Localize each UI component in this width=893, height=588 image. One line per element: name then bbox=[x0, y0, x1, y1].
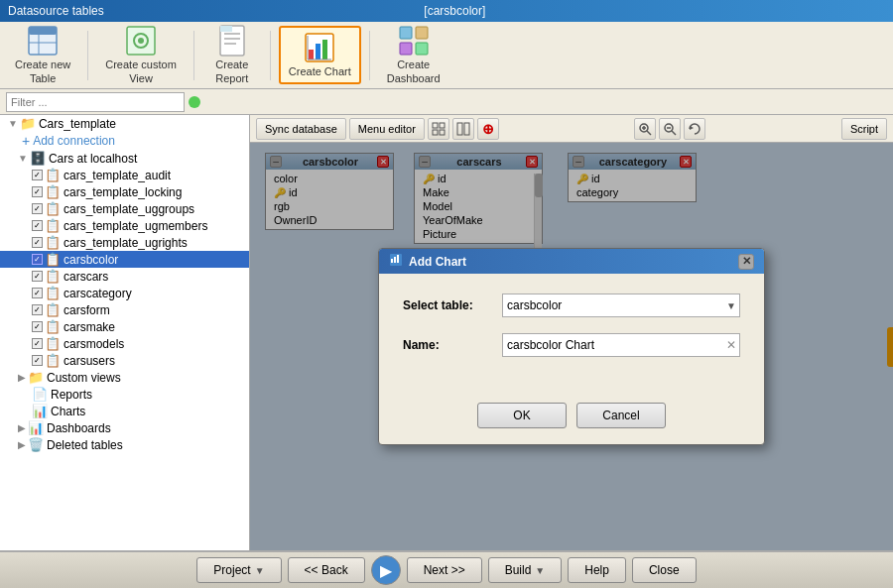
table-icon-9: 📋 bbox=[45, 302, 61, 317]
svg-rect-24 bbox=[433, 130, 438, 135]
close-button[interactable]: Close bbox=[632, 557, 697, 583]
checkbox-carscategory[interactable]: ✓ bbox=[32, 288, 43, 298]
svg-line-29 bbox=[647, 131, 651, 135]
tree-item-reports[interactable]: 📄 Reports bbox=[0, 386, 249, 403]
tree-item-carscars[interactable]: ✓ 📋 carscars bbox=[0, 268, 249, 285]
tree-item-cars-template-uggroups[interactable]: ✓ 📋 cars_template_uggroups bbox=[0, 200, 249, 217]
svg-rect-13 bbox=[309, 50, 314, 59]
create-view-icon bbox=[125, 25, 157, 57]
tree-item-cars-template-audit[interactable]: ✓ 📋 cars_template_audit bbox=[0, 167, 249, 183]
next-button[interactable]: Next >> bbox=[407, 557, 482, 583]
tree-item-carsbcolor[interactable]: ✓ 📋 carsbcolor bbox=[0, 251, 249, 268]
title-left: Datasource tables bbox=[8, 4, 104, 18]
tree-item-cars-template-ugmembers[interactable]: ✓ 📋 cars_template_ugmembers bbox=[0, 217, 249, 234]
build-button[interactable]: Build ▼ bbox=[488, 557, 563, 583]
deleted-tables-icon: 🗑️ bbox=[28, 437, 44, 452]
add-icon: + bbox=[22, 133, 30, 149]
checkbox-cars-template-audit[interactable]: ✓ bbox=[32, 170, 43, 180]
left-panel: ▼ 📁 Cars_template + Add connection ▼ 🗄️ … bbox=[0, 115, 250, 550]
checkbox-uggroups[interactable]: ✓ bbox=[32, 203, 43, 214]
svg-rect-23 bbox=[440, 123, 445, 128]
tree-item-add-connection[interactable]: + Add connection bbox=[0, 132, 249, 150]
toolbar-sep-1 bbox=[87, 31, 88, 80]
title-center: [carsbcolor] bbox=[424, 4, 485, 18]
checkbox-carsusers[interactable]: ✓ bbox=[32, 355, 43, 366]
modal-body: Select table: carsbcolor carscars carsca… bbox=[379, 274, 764, 393]
tree-item-carscategory[interactable]: ✓ 📋 carscategory bbox=[0, 285, 249, 301]
checkbox-locking[interactable]: ✓ bbox=[32, 186, 43, 197]
modal-title-bar: Add Chart ✕ bbox=[379, 249, 764, 274]
ok-button[interactable]: OK bbox=[477, 403, 567, 428]
tree-item-carsform[interactable]: ✓ 📋 carsform bbox=[0, 301, 249, 318]
create-report-button[interactable]: CreateReport bbox=[202, 20, 262, 89]
name-input[interactable] bbox=[502, 333, 740, 357]
join-button[interactable]: ⊕ bbox=[477, 118, 499, 140]
build-arrow-icon: ▼ bbox=[535, 565, 545, 576]
modal-title-icon bbox=[389, 253, 403, 270]
script-button[interactable]: Script bbox=[841, 118, 887, 140]
tree-item-cars-template-ugrights[interactable]: ✓ 📋 cars_template_ugrights bbox=[0, 234, 249, 251]
tree-item-carsmodels[interactable]: ✓ 📋 carsmodels bbox=[0, 335, 249, 352]
zoom-out-button[interactable] bbox=[659, 118, 681, 140]
select-table-dropdown[interactable]: carsbcolor carscars carscategory bbox=[502, 294, 740, 317]
reports-icon: 📄 bbox=[32, 387, 48, 402]
svg-rect-15 bbox=[322, 40, 327, 59]
table-icon-2: 📋 bbox=[45, 184, 61, 199]
project-arrow-icon: ▼ bbox=[255, 565, 265, 576]
create-dashboard-button[interactable]: CreateDashboard bbox=[378, 20, 449, 89]
checkbox-carsform[interactable]: ✓ bbox=[32, 304, 43, 315]
checkbox-carsbcolor[interactable]: ✓ bbox=[32, 254, 43, 265]
tree-item-charts[interactable]: 📊 Charts bbox=[0, 403, 249, 419]
filter-input[interactable] bbox=[6, 92, 185, 112]
zoom-in-button[interactable] bbox=[634, 118, 656, 140]
toolbar-sep-3 bbox=[270, 31, 271, 80]
right-toolbar: Sync database Menu editor ⊕ bbox=[250, 115, 893, 143]
checkbox-ugrights[interactable]: ✓ bbox=[32, 237, 43, 248]
svg-rect-22 bbox=[433, 123, 438, 128]
project-button[interactable]: Project ▼ bbox=[196, 557, 281, 583]
tree-item-carsmake[interactable]: ✓ 📋 carsmake bbox=[0, 318, 249, 335]
checkbox-ugmembers[interactable]: ✓ bbox=[32, 220, 43, 231]
help-button[interactable]: Help bbox=[568, 557, 626, 583]
toolbar: Create newTable Create customView Create… bbox=[0, 22, 893, 89]
tree-item-cars-at-localhost[interactable]: ▼ 🗄️ Cars at localhost bbox=[0, 150, 249, 167]
checkbox-carsmake[interactable]: ✓ bbox=[32, 321, 43, 332]
create-chart-button[interactable]: Create Chart bbox=[279, 26, 361, 84]
tree-item-carsusers[interactable]: ✓ 📋 carsusers bbox=[0, 352, 249, 369]
create-new-table-button[interactable]: Create newTable bbox=[6, 20, 79, 89]
checkbox-carsmodels[interactable]: ✓ bbox=[32, 338, 43, 349]
table-icon-8: 📋 bbox=[45, 286, 61, 300]
tree-item-deleted-tables[interactable]: ▶ 🗑️ Deleted tables bbox=[0, 436, 249, 453]
tree-item-cars-template-locking[interactable]: ✓ 📋 cars_template_locking bbox=[0, 183, 249, 200]
list-view-button[interactable] bbox=[452, 118, 474, 140]
svg-rect-25 bbox=[440, 130, 445, 135]
tree-item-cars-template[interactable]: ▼ 📁 Cars_template bbox=[0, 115, 249, 132]
table-icon: 📋 bbox=[45, 168, 61, 182]
name-input-wrapper: ✕ bbox=[502, 333, 740, 357]
create-custom-view-label: Create customView bbox=[105, 59, 177, 84]
title-bar: Datasource tables [carsbcolor] bbox=[0, 0, 893, 22]
create-custom-view-button[interactable]: Create customView bbox=[96, 20, 186, 89]
tree-item-dashboards[interactable]: ▶ 📊 Dashboards bbox=[0, 419, 249, 436]
refresh-button[interactable] bbox=[684, 118, 705, 140]
svg-line-33 bbox=[672, 131, 676, 135]
cancel-button[interactable]: Cancel bbox=[576, 403, 666, 428]
checkbox-carscars[interactable]: ✓ bbox=[32, 271, 43, 282]
svg-rect-1 bbox=[29, 27, 57, 35]
folder-icon: 📁 bbox=[20, 116, 36, 131]
clear-name-button[interactable]: ✕ bbox=[726, 339, 736, 351]
modal-close-button[interactable]: ✕ bbox=[738, 254, 754, 270]
svg-rect-27 bbox=[464, 123, 469, 135]
create-report-icon bbox=[216, 25, 248, 57]
grid-view-button[interactable] bbox=[428, 118, 449, 140]
svg-point-6 bbox=[138, 38, 144, 44]
back-button[interactable]: << Back bbox=[288, 557, 365, 583]
svg-rect-14 bbox=[316, 44, 320, 59]
modal-title-text: Add Chart bbox=[409, 255, 466, 269]
table-icon-6: 📋 bbox=[45, 252, 61, 267]
menu-editor-button[interactable]: Menu editor bbox=[349, 118, 425, 140]
table-icon-10: 📋 bbox=[45, 319, 61, 334]
tree-item-custom-views[interactable]: ▶ 📁 Custom views bbox=[0, 369, 249, 386]
sync-database-button[interactable]: Sync database bbox=[256, 118, 346, 140]
run-button[interactable]: ▶ bbox=[371, 555, 401, 585]
